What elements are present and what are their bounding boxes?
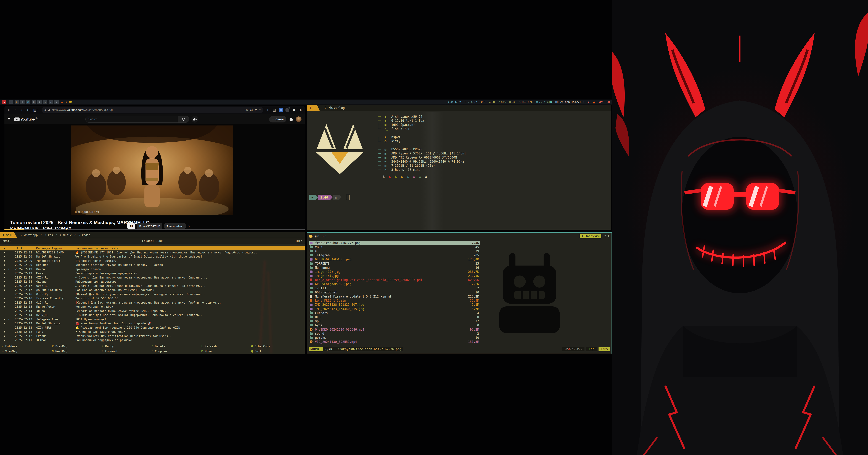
mail-row[interactable]: 2025-02-14OZON_RU✓ Внимание! Для Вас ест… [0, 313, 305, 317]
video-player[interactable]: 1001 RECORDS & YT [71, 126, 233, 216]
hotkey-prevmsg[interactable]: P PrevMsg [52, 344, 67, 349]
workspace-chat-icon[interactable]: ◧ [26, 100, 30, 104]
mail-row[interactable]: ●2025-02-17Ozon.Ru✉ Срочно! Для Вас есть… [0, 284, 305, 288]
workspace-hash-icon[interactable]: # [49, 100, 53, 104]
file-row[interactable]: 000-razobrat10 [309, 290, 480, 294]
mail-row[interactable]: ●2025-02-22WILDBERRIES-INFO🔥 (ИЗВЕЩЕНИЕ … [0, 251, 305, 255]
file-row[interactable]: GkC0yLaXgAAP-H2.jpeg112,2K [309, 282, 480, 286]
hotkey-refresh[interactable]: L Refresh [202, 344, 217, 349]
tmux-tab-whatsapp[interactable]: 2 whatsapp [21, 233, 38, 237]
file-row[interactable]: gomuks10 [309, 335, 480, 340]
mail-row[interactable]: 2025-02-16Ozon_Py!Важно! Для Вас поступи… [0, 292, 305, 296]
hotkey-folders[interactable]: < Folders [2, 344, 17, 349]
mail-row[interactable]: ●2025-02-12Гала• Клиенты для вашего бизн… [0, 330, 305, 334]
hotkey-viewmsg[interactable]: > ViewMsg [2, 349, 17, 354]
workspace-windows-icon[interactable]: ⊞ [32, 100, 36, 104]
video-progress-bar[interactable] [4, 229, 305, 230]
hotkey-nextmsg[interactable]: N NextMsg [52, 349, 67, 354]
hotkey-quit[interactable]: Q Quit [251, 349, 261, 354]
mail-row[interactable]: ●∞2025-02-13Лебедева ЮлияSOS! Нужна помо… [0, 317, 305, 322]
mail-row[interactable]: ●2025-02-19ЮлияРегистрация и Ликвидация … [0, 271, 305, 275]
mail-row[interactable]: ●2025-02-20Daniel ShnaiderWe Are Breakin… [0, 255, 305, 259]
vifm-tab-2[interactable]: 2 X [604, 234, 610, 238]
hotkey-move[interactable]: M Move [202, 349, 212, 354]
library-icon[interactable]: ▤ [272, 108, 276, 112]
mail-row[interactable]: 2025-02-13OZON_NEWS🔔 Поздравляем! Вам на… [0, 326, 305, 330]
search-button[interactable] [178, 116, 189, 123]
workspace-terminal-icon[interactable]: >_ [9, 100, 13, 104]
mail-row[interactable]: ●14:35Медведев АндрейГлобальные торговые… [0, 246, 305, 251]
file-row[interactable]: MiniFuse1_Firmware_Update_1_5_0_212_win.… [309, 294, 480, 298]
bookmark-icon[interactable]: ⚑ [255, 108, 257, 111]
file-row[interactable]: 1231132 [309, 286, 480, 290]
url-bar[interactable]: ◈ https://www.youtube.com/watch?v=5b8A-j… [42, 107, 263, 113]
hotkey-compose[interactable]: C Compose [152, 349, 167, 354]
forward-icon[interactable]: › [20, 108, 24, 112]
file-row[interactable]: Lens-FREE-1.3.zip32,9M [309, 299, 480, 303]
file-row[interactable]: IMG_20250128_091825_007.jpg5,1M [309, 303, 480, 307]
hotkey-delete[interactable]: D Delete [152, 344, 165, 349]
notifications-bell-icon[interactable] [289, 118, 292, 121]
chip-tomorrowland[interactable]: Tomorrowland [164, 223, 186, 229]
mail-row[interactable]: ●∞2025-02-19Ольгаприведем заказы [0, 267, 305, 271]
tracking-shield-icon[interactable]: ◈ [44, 108, 46, 111]
search-input[interactable]: Search [85, 116, 178, 123]
mail-row[interactable]: ●2025-02-12ExodusExodus Wallet: New Veri… [0, 334, 305, 338]
terminal-tab-1[interactable]: 1 ~ [307, 105, 320, 111]
create-button[interactable]: + Create [269, 116, 286, 123]
file-row[interactable]: free-icon-bot-7167276.png7,4K [309, 241, 480, 245]
file-row[interactable]: GKFPR-GXUAACWSS.jpeg128,4K [309, 257, 480, 261]
mail-row[interactable]: ●2025-02-18ОксанаИнформация для директор… [0, 280, 305, 284]
file-row[interactable]: VID_20241130_092551.mp4151,3M [309, 340, 480, 344]
file-row[interactable]: Пингвины16 [309, 265, 480, 270]
file-row[interactable]: Cursors4 [309, 311, 480, 315]
mail-row[interactable]: 2025-02-14ЭльзаРеклама от первого лица, … [0, 309, 305, 313]
downloads-icon[interactable]: ↧ [266, 108, 270, 112]
lock-icon[interactable] [48, 110, 50, 111]
back-icon[interactable]: ‹ [13, 108, 17, 112]
file-row[interactable]: X79 [309, 249, 480, 253]
youtube-logo[interactable]: YouTube RU [14, 117, 38, 121]
workspace-telegram-icon[interactable]: ω [14, 100, 19, 104]
mail-row[interactable]: ●2025-02-17Даниил СотниковБольшое обновл… [0, 288, 305, 292]
terminal-tab-2[interactable]: 2 /h/z/blog [320, 105, 350, 111]
file-row[interactable]: OLD0 [309, 315, 480, 319]
file-row[interactable]: TORRENTS35 [309, 261, 480, 265]
sidebar-caret-icon[interactable]: ▾ [37, 109, 39, 111]
mail-row[interactable]: ●2025-02-18OZON_RU✉ Срочно! Для Вас пост… [0, 275, 305, 280]
workspace-gallery-icon[interactable]: ▦ [37, 100, 42, 104]
hotkey-forward[interactable]: F Forward [102, 349, 117, 354]
mail-row[interactable]: ●2025-02-11JETMAILВаш надежный подрядчик… [0, 338, 305, 342]
arch-logo-icon[interactable]: ▲ [2, 100, 6, 104]
workspace-list-icon[interactable]: ≡ [55, 100, 59, 104]
extensions-puzzle-icon[interactable]: ❖ [299, 108, 303, 112]
mail-row[interactable]: ●2025-02-15Идите ЛесомЧетыре истории о л… [0, 305, 305, 309]
terminal-cursor[interactable] [346, 195, 349, 200]
sidebar-icon[interactable]: ▤ [33, 108, 37, 112]
hotkey-othercmds[interactable]: O OtherCmds [251, 344, 270, 349]
workspace-downloads-icon[interactable]: ↓ [43, 100, 47, 104]
file-row[interactable]: image (8).jpg212,4K [309, 274, 480, 278]
chip-from-inegative[interactable]: From iNEGATIVE [137, 223, 162, 229]
workspace-files-icon[interactable]: ▤ [20, 100, 25, 104]
vifm-tab-downloads[interactable]: 1 Загрузки [580, 234, 601, 238]
file-row[interactable]: Q_VIDEO_20241220_085546.mp497,2M [309, 327, 480, 331]
mail-row[interactable]: ●2025-02-16Frances ConnollyDonation of $… [0, 296, 305, 300]
screenshot-icon[interactable] [285, 108, 289, 112]
chips-more-icon[interactable]: › [189, 224, 190, 228]
chip-all[interactable]: All [127, 223, 135, 229]
mail-row[interactable]: ●2025-02-20YunoHost Forum[YunoHost Forum… [0, 259, 305, 263]
hotkey-reply[interactable]: R Reply [102, 344, 114, 349]
mail-row[interactable]: ●2025-02-15OzOn_RU!Срочно! Для Вас посту… [0, 300, 305, 305]
mail-row[interactable]: ●2025-02-20НеонилаЭкспресс-доставка груз… [0, 263, 305, 267]
rss-icon[interactable]: ◍ [245, 108, 248, 111]
ghostery-icon[interactable]: ☻ [292, 108, 296, 112]
extension-blue-icon[interactable] [279, 108, 283, 112]
url-text[interactable]: https://www.youtube.com/watch?v=5b8A-jgx… [52, 108, 113, 111]
translate-icon[interactable]: Aˣ [250, 108, 253, 111]
file-row[interactable]: IMG_20250123_164440_015.jpg3,6M [309, 307, 480, 311]
file-row[interactable]: image (17).jpg236,7K [309, 270, 480, 274]
menu-icon[interactable]: ≡ [7, 108, 10, 112]
tmux-tab-rss[interactable]: 3 rss [44, 233, 53, 237]
tmux-tab-mail[interactable]: 1 mail [0, 232, 17, 238]
